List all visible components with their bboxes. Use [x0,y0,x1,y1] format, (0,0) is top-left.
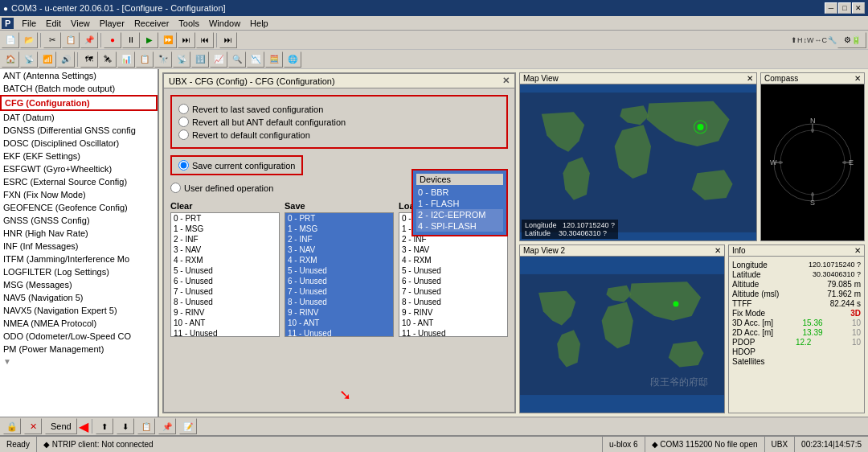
list-item[interactable]: 7 - Unused [399,286,507,297]
tb2-view7[interactable]: 🧮 [265,51,283,68]
sidebar-item-fxn[interactable]: FXN (Fix Now Mode) [0,188,158,201]
send-button[interactable]: Send [45,418,77,434]
menu-file[interactable]: File [17,18,41,29]
map2-close[interactable]: ✕ [714,246,721,255]
list-item[interactable]: 3 - NAV [171,244,279,255]
minimize-btn[interactable]: ─ [825,2,837,14]
list-item[interactable]: 11 - Unused [399,328,507,337]
tb-step-fwd[interactable]: ⏭ [178,32,195,48]
list-item[interactable]: 9 - RINV [171,307,279,318]
tb2-btn1[interactable]: 🏠 [2,51,19,68]
tb-btn2[interactable]: 📋 [62,32,80,48]
sidebar-item-msg[interactable]: MSG (Messages) [0,278,158,291]
menu-window[interactable]: Window [204,18,245,29]
list-item[interactable]: 6 - Unused [399,276,507,286]
sidebar-item-esfgwt[interactable]: ESFGWT (Gyro+Wheeltick) [0,162,158,175]
tb-rec-start[interactable]: ● [104,32,121,48]
list-item[interactable]: 4 - RXM [171,255,279,265]
sidebar-item-pm[interactable]: PM (Power Management) [0,343,158,355]
sidebar-item-hnr[interactable]: HNR (High Nav Rate) [0,227,158,240]
tb2-view1[interactable]: 🔭 [154,51,172,68]
tb-btn1[interactable]: ✂ [43,32,61,48]
tb-gear[interactable]: ⚙🔋 [837,32,866,48]
tb-step-back[interactable]: ⏮ [196,32,214,48]
cancel-btn[interactable]: ✕ [24,418,42,434]
list-item[interactable]: 6 - Unused [285,276,393,286]
tb2-chart[interactable]: 📊 [117,51,135,68]
tb2-view2[interactable]: 📡 [173,51,190,68]
list-item[interactable]: 10 - ANT [285,318,393,328]
save-listbox[interactable]: 0 - PRT 1 - MSG 2 - INF 3 - NAV 4 - RXM … [285,212,394,337]
sidebar-item-itfm[interactable]: ITFM (Jamming/Interference Mo [0,253,158,265]
list-item[interactable]: 4 - RXM [399,255,507,265]
sidebar-item-odo[interactable]: ODO (Odometer/Low-Speed CO [0,330,158,343]
list-item[interactable]: 3 - NAV [285,244,393,255]
tb2-view5[interactable]: 🔍 [228,51,246,68]
menu-p[interactable]: P [2,18,14,29]
device-item-1[interactable]: 1 - FLASH [416,198,503,209]
device-item-2[interactable]: 2 - I2C-EEPROM [416,209,503,220]
tb-bottom2[interactable]: ⬇ [117,418,134,434]
tb-ff[interactable]: ⏩ [159,32,177,48]
list-item[interactable]: 6 - Unused [171,276,279,286]
menu-edit[interactable]: Edit [41,18,66,29]
tb-btn3[interactable]: 📌 [80,32,98,48]
sidebar-item-dgnss[interactable]: DGNSS (Differential GNSS config [0,124,158,137]
tb2-map[interactable]: 🗺 [80,51,98,68]
sidebar-item-cfg[interactable]: CFG (Configuration) [0,95,158,111]
list-item[interactable]: 10 - ANT [171,318,279,328]
sidebar-item-ant[interactable]: ANT (Antenna Settings) [0,69,158,82]
sidebar-item-dosc[interactable]: DOSC (Disciplined Oscillator) [0,137,158,150]
radio-revert-ant[interactable]: Revert all but ANT default configuration [178,117,500,127]
tb-pause[interactable]: ⏸ [122,32,140,48]
tb-bottom3[interactable]: 📋 [137,418,155,434]
list-item[interactable]: 9 - RINV [285,307,393,318]
tb-bottom5[interactable]: 📝 [179,418,197,434]
tb2-view8[interactable]: 🌐 [284,51,301,68]
list-item[interactable]: 7 - Unused [285,286,393,297]
cfg-close-icon[interactable]: ✕ [502,76,510,86]
menu-player[interactable]: Player [95,18,129,29]
tb-play[interactable]: ▶ [141,32,158,48]
sidebar-item-inf[interactable]: INF (Inf Messages) [0,240,158,253]
list-item[interactable]: 8 - Unused [171,297,279,307]
sidebar-item-logfilter[interactable]: LOGFILTER (Log Settings) [0,265,158,278]
list-item[interactable]: 3 - NAV [399,244,507,255]
radio-revert-default[interactable]: Revert to default configuration [178,129,500,140]
sidebar-item-dat[interactable]: DAT (Datum) [0,111,158,124]
list-item[interactable]: 4 - RXM [285,255,393,265]
list-item[interactable]: 0 - PRT [285,213,393,224]
list-item[interactable]: 11 - Unused [171,328,279,337]
sidebar-item-ekf[interactable]: EKF (EKF Settings) [0,150,158,162]
list-item[interactable]: 0 - PRT [171,213,279,224]
tb2-view4[interactable]: 📈 [210,51,227,68]
list-item[interactable]: 11 - Unused [285,328,393,337]
list-item[interactable]: 1 - MSG [171,224,279,234]
sidebar-item-nmea[interactable]: NMEA (NMEA Protocol) [0,317,158,330]
menu-receiver[interactable]: Receiver [129,18,174,29]
device-item-0[interactable]: 0 - BBR [416,187,503,198]
tb-new[interactable]: 📄 [2,32,19,48]
sidebar-item-esrc[interactable]: ESRC (External Source Config) [0,175,158,188]
tb-bottom1[interactable]: ⬆ [96,418,113,434]
tb2-btn3[interactable]: 📶 [39,51,56,68]
sidebar-item-batch[interactable]: BATCH (Batch mode output) [0,82,158,95]
list-item[interactable]: 5 - Unused [399,265,507,276]
menu-help[interactable]: Help [245,18,273,29]
list-item[interactable]: 9 - RINV [399,307,507,318]
tb2-view6[interactable]: 📉 [247,51,264,68]
sidebar-item-geofence[interactable]: GEOFENCE (Geofence Config) [0,201,158,214]
info-close[interactable]: ✕ [854,246,861,255]
sidebar-item-nav5[interactable]: NAV5 (Navigation 5) [0,291,158,304]
radio-save-current[interactable] [178,160,189,171]
tb2-sat[interactable]: 🛰 [99,51,117,68]
tb2-list[interactable]: 📋 [136,51,154,68]
tb2-btn4[interactable]: 🔊 [57,51,75,68]
tb2-view3[interactable]: 🔢 [191,51,209,68]
map-close[interactable]: ✕ [747,74,753,83]
list-item[interactable]: 10 - ANT [399,318,507,328]
list-item[interactable]: 5 - Unused [171,265,279,276]
clear-listbox[interactable]: 0 - PRT 1 - MSG 2 - INF 3 - NAV 4 - RXM … [170,212,280,337]
menu-tools[interactable]: Tools [174,18,204,29]
tb-end[interactable]: ⏭ [219,32,237,48]
